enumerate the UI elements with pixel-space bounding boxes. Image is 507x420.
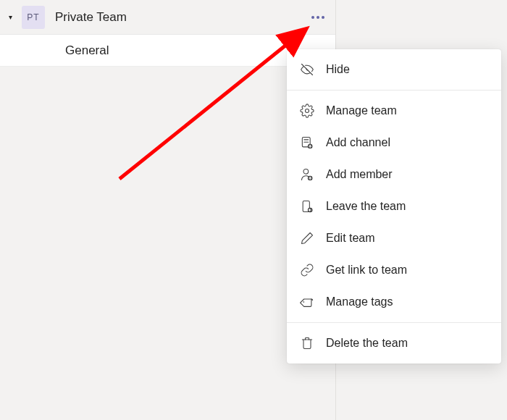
menu-item-manage-tags[interactable]: Manage tags [287, 286, 501, 318]
hide-icon [300, 62, 314, 77]
svg-point-10 [303, 169, 309, 175]
svg-point-1 [317, 16, 319, 19]
menu-item-label: Delete the team [326, 337, 408, 350]
menu-item-delete-team[interactable]: Delete the team [287, 327, 501, 359]
trash-icon [300, 336, 314, 350]
leave-icon [300, 199, 314, 214]
link-icon [300, 263, 314, 277]
team-row[interactable]: ▾ PT Private Team [0, 0, 335, 35]
menu-item-label: Add member [326, 168, 393, 181]
menu-item-label: Hide [326, 63, 350, 76]
more-horizontal-icon [310, 15, 326, 20]
menu-item-label: Leave the team [326, 200, 406, 213]
menu-item-hide[interactable]: Hide [287, 54, 501, 85]
svg-point-2 [322, 16, 324, 19]
svg-point-0 [311, 16, 314, 19]
menu-item-add-member[interactable]: Add member [287, 159, 501, 190]
team-avatar-initials: PT [27, 12, 39, 22]
menu-item-label: Get link to team [326, 264, 407, 277]
menu-item-label: Edit team [326, 232, 375, 245]
team-list-sidebar: ▾ PT Private Team General [0, 0, 336, 420]
menu-item-manage-team[interactable]: Manage team [287, 95, 501, 127]
gear-icon [300, 104, 314, 118]
pencil-icon [300, 231, 314, 245]
add-channel-icon [300, 135, 314, 150]
team-name-label: Private Team [55, 10, 308, 25]
menu-item-label: Manage team [326, 104, 397, 117]
team-context-menu: Hide Manage team Add channel Add member … [287, 49, 501, 364]
channel-row[interactable]: General [0, 35, 335, 67]
caret-down-icon: ▾ [9, 13, 16, 21]
tag-icon [300, 295, 314, 309]
channel-name-label: General [65, 43, 109, 58]
menu-separator [287, 90, 501, 91]
menu-item-add-channel[interactable]: Add channel [287, 127, 501, 159]
team-more-options-button[interactable] [308, 7, 328, 28]
team-avatar: PT [22, 6, 45, 29]
menu-item-get-link[interactable]: Get link to team [287, 254, 501, 286]
add-member-icon [300, 167, 314, 182]
svg-point-16 [303, 301, 304, 303]
menu-separator [287, 322, 501, 323]
menu-item-label: Add channel [326, 136, 390, 149]
svg-point-3 [306, 109, 309, 113]
menu-item-leave-team[interactable]: Leave the team [287, 190, 501, 222]
menu-item-edit-team[interactable]: Edit team [287, 222, 501, 254]
menu-item-label: Manage tags [326, 295, 393, 308]
